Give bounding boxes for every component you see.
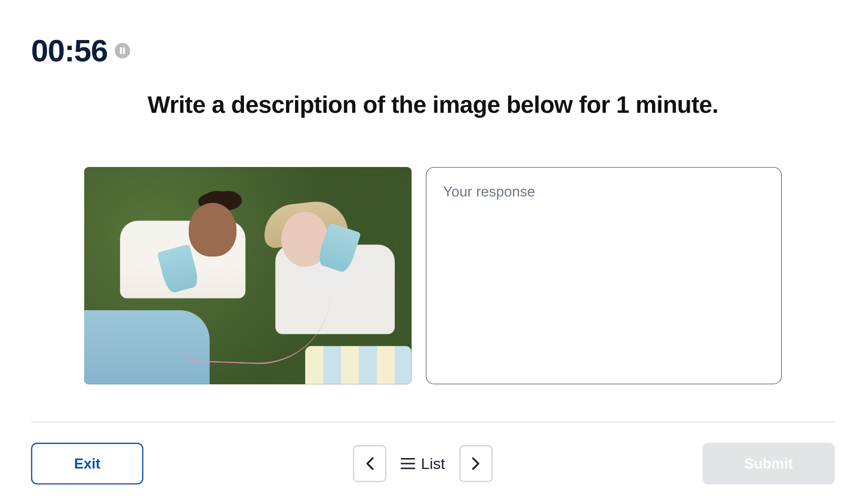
- prompt-image: [84, 167, 412, 384]
- svg-rect-1: [123, 47, 125, 55]
- response-input[interactable]: [443, 183, 764, 368]
- next-button[interactable]: [459, 445, 493, 482]
- list-icon: [401, 458, 415, 469]
- svg-rect-0: [120, 47, 122, 55]
- exit-button[interactable]: Exit: [31, 443, 143, 484]
- chevron-left-icon: [365, 457, 373, 470]
- prompt-text: Write a description of the image below f…: [0, 91, 866, 118]
- submit-button[interactable]: Submit: [703, 443, 835, 484]
- timer-display: 00:56: [31, 33, 107, 69]
- response-card: [426, 167, 782, 384]
- list-button-label: List: [421, 454, 445, 473]
- chevron-right-icon: [472, 457, 480, 470]
- list-button[interactable]: List: [398, 454, 448, 473]
- pause-icon[interactable]: [115, 43, 130, 58]
- prev-button[interactable]: [353, 445, 386, 482]
